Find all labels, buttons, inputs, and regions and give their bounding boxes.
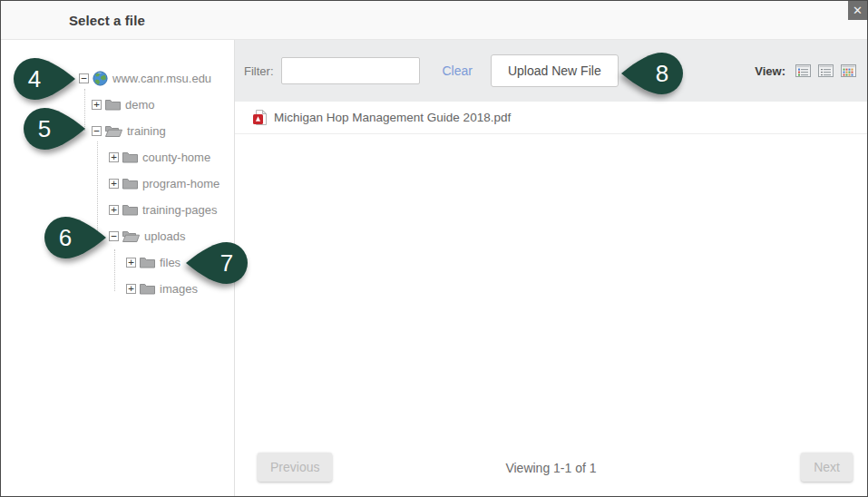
tree-item-label: county-home [142, 151, 210, 164]
expand-icon[interactable]: + [126, 258, 136, 268]
globe-icon [93, 71, 108, 86]
file-browser-panel: Filter: Clear Upload New File View: [235, 40, 867, 496]
tree-item-label: files [160, 256, 180, 269]
folder-closed-icon [140, 283, 155, 295]
collapse-icon[interactable]: − [92, 126, 102, 136]
tree-item-images[interactable]: + images [1, 276, 234, 302]
expand-icon[interactable]: + [109, 205, 119, 215]
view-switcher: View: [755, 64, 860, 78]
tree-item-label: uploads [144, 229, 186, 243]
tree-item-label: training [127, 124, 166, 138]
tree-item-county-home[interactable]: + county-home [1, 144, 234, 171]
folder-closed-icon [140, 257, 155, 268]
tree-connector-line [97, 141, 98, 239]
expand-icon[interactable]: + [109, 152, 119, 162]
thumbnails-view-icon[interactable] [841, 64, 856, 77]
tree-item-label: images [160, 282, 198, 296]
file-toolbar: Filter: Clear Upload New File View: [235, 40, 867, 102]
tree-item-label: demo [125, 98, 155, 112]
file-name: Michigan Hop Management Guide 2018.pdf [274, 111, 511, 124]
tree-item-label: training-pages [142, 203, 217, 217]
close-icon[interactable]: ✕ [848, 1, 867, 20]
view-label: View: [755, 64, 785, 78]
tree-item-uploads[interactable]: − uploads [1, 223, 234, 249]
file-list-item[interactable]: Michigan Hop Management Guide 2018.pdf [235, 102, 867, 134]
clear-filter-link[interactable]: Clear [443, 63, 473, 78]
tree-item-training-pages[interactable]: + training-pages [1, 197, 234, 223]
tree-item-program-home[interactable]: + program-home [1, 171, 234, 197]
filter-label: Filter: [244, 64, 274, 78]
folder-closed-icon [122, 151, 138, 163]
tree-item-training[interactable]: − training [1, 118, 234, 144]
pagination-status: Viewing 1-1 of 1 [235, 461, 867, 475]
tree-item-demo[interactable]: + demo [1, 92, 234, 118]
tree-item-files[interactable]: + files [1, 249, 234, 276]
folder-open-icon [105, 125, 122, 137]
pdf-file-icon [253, 110, 267, 125]
folder-open-icon [122, 230, 140, 242]
folder-closed-icon [122, 204, 138, 216]
tree-item-label: program-home [142, 177, 219, 190]
list-view-icon[interactable] [818, 64, 834, 77]
tree-connector-line [84, 89, 85, 131]
select-file-dialog: Select a file ✕ − www.canr.msu.edu + dem… [0, 0, 868, 497]
file-list-empty-area [235, 134, 867, 443]
dialog-title: Select a file [69, 13, 145, 28]
details-view-icon[interactable] [795, 64, 811, 77]
tree-connector-line [114, 249, 115, 291]
folder-closed-icon [105, 99, 121, 111]
expand-icon[interactable]: + [109, 179, 119, 189]
pagination-footer: Previous Viewing 1-1 of 1 Next [235, 443, 867, 496]
collapse-icon[interactable]: − [79, 73, 89, 83]
upload-new-file-button[interactable]: Upload New File [491, 54, 619, 87]
expand-icon[interactable]: + [92, 100, 102, 110]
filter-input[interactable] [281, 57, 420, 84]
expand-icon[interactable]: + [126, 284, 136, 294]
folder-tree-sidebar: − www.canr.msu.edu + demo − training + [1, 40, 235, 496]
tree-item-label: www.canr.msu.edu [112, 72, 211, 85]
dialog-header: Select a file [1, 1, 867, 40]
next-page-button[interactable]: Next [801, 453, 853, 482]
tree-item-site-root[interactable]: − www.canr.msu.edu [1, 65, 234, 92]
collapse-icon[interactable]: − [109, 231, 119, 241]
folder-closed-icon [122, 178, 138, 190]
